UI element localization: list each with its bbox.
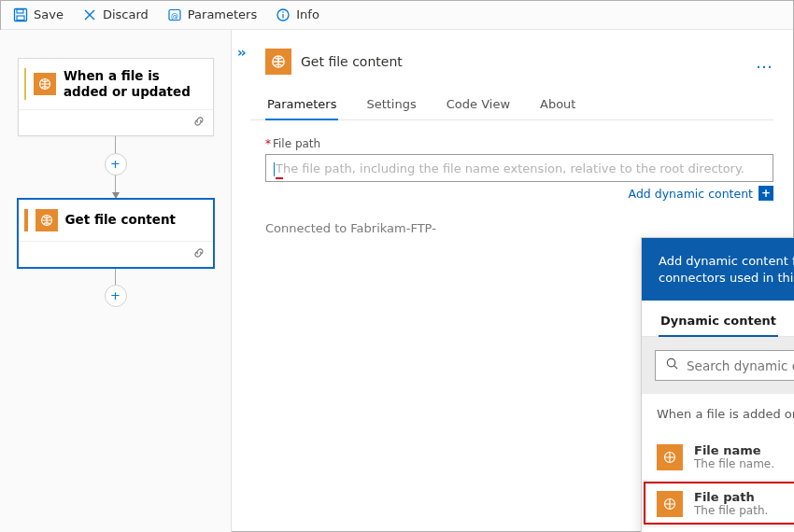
ftp-icon	[657, 444, 683, 470]
action-accent-bar	[24, 209, 28, 231]
add-dynamic-content-link[interactable]: Add dynamic content	[629, 187, 753, 201]
trigger-accent-bar	[24, 68, 26, 100]
designer-toolbar: Save Discard @ Parameters Info	[0, 0, 794, 30]
token-name: File path	[694, 490, 768, 504]
save-button[interactable]: Save	[6, 4, 71, 26]
trigger-card[interactable]: When a file is added or updated	[18, 58, 214, 136]
svg-rect-2	[17, 16, 24, 21]
ftp-icon	[265, 49, 291, 75]
tab-parameters[interactable]: Parameters	[265, 90, 338, 120]
svg-point-6	[282, 11, 284, 13]
token-name: File name	[694, 443, 774, 457]
ftp-icon	[35, 209, 58, 231]
ftp-icon	[34, 73, 56, 95]
dynamic-content-popup: Add dynamic content from the apps and co…	[641, 237, 794, 532]
action-card[interactable]: Get file content	[18, 199, 214, 268]
ftp-icon	[657, 491, 683, 517]
collapse-pane-button[interactable]: ››	[237, 45, 245, 60]
dynamic-content-search-input[interactable]	[687, 358, 794, 373]
add-dynamic-content-icon[interactable]: +	[759, 186, 773, 201]
svg-rect-7	[283, 14, 284, 19]
connector-arrow	[112, 192, 120, 199]
save-icon	[13, 7, 28, 22]
connection-link-icon[interactable]	[192, 245, 206, 263]
token-file-name[interactable]: File name The file name.	[642, 434, 794, 480]
save-label: Save	[34, 7, 64, 21]
connected-to-label: Connected to Fabrikam-FTP-	[250, 201, 783, 235]
step-detail-pane: ›› Get file content … Parameters Setting…	[232, 30, 794, 532]
token-file-path[interactable]: File path The file path.	[642, 480, 794, 526]
placeholder-text: T	[276, 161, 283, 179]
popup-tab-dynamic[interactable]: Dynamic content	[659, 310, 778, 337]
connection-link-icon[interactable]	[192, 114, 206, 132]
svg-text:@: @	[171, 11, 178, 20]
add-step-button[interactable]: +	[105, 285, 127, 307]
info-icon	[276, 7, 291, 22]
parameters-button[interactable]: @ Parameters	[160, 4, 264, 26]
trigger-title: When a file is added or updated	[64, 68, 204, 100]
search-icon	[665, 357, 679, 374]
discard-button[interactable]: Discard	[75, 4, 156, 26]
token-desc: The file path.	[694, 504, 768, 517]
token-desc: The file name.	[694, 457, 774, 470]
tab-about[interactable]: About	[538, 90, 577, 119]
token-group-title: When a file is added or updated	[657, 407, 794, 421]
file-path-input[interactable]: The file path, including the file name e…	[265, 154, 773, 182]
discard-icon	[82, 7, 97, 22]
parameters-icon: @	[167, 7, 182, 22]
action-title: Get file content	[65, 212, 176, 228]
discard-label: Discard	[103, 7, 149, 21]
file-path-label: *File path	[265, 137, 773, 150]
parameters-label: Parameters	[188, 7, 257, 21]
tab-settings[interactable]: Settings	[364, 90, 418, 119]
token-last-updated-time[interactable]: Last updated time The timestamp for when…	[642, 526, 794, 532]
more-menu-button[interactable]: …	[756, 52, 783, 72]
detail-tabs: Parameters Settings Code View About	[250, 90, 773, 120]
insert-step-button[interactable]: +	[105, 153, 127, 175]
workflow-canvas: When a file is added or updated +	[0, 30, 232, 532]
info-button[interactable]: Info	[268, 4, 327, 26]
info-label: Info	[296, 7, 319, 21]
dynamic-content-search[interactable]	[655, 350, 794, 381]
detail-title: Get file content	[301, 54, 403, 69]
popup-header-text: Add dynamic content from the apps and co…	[659, 253, 794, 286]
svg-rect-1	[17, 9, 23, 13]
svg-point-11	[667, 358, 674, 366]
tab-code-view[interactable]: Code View	[445, 90, 512, 119]
